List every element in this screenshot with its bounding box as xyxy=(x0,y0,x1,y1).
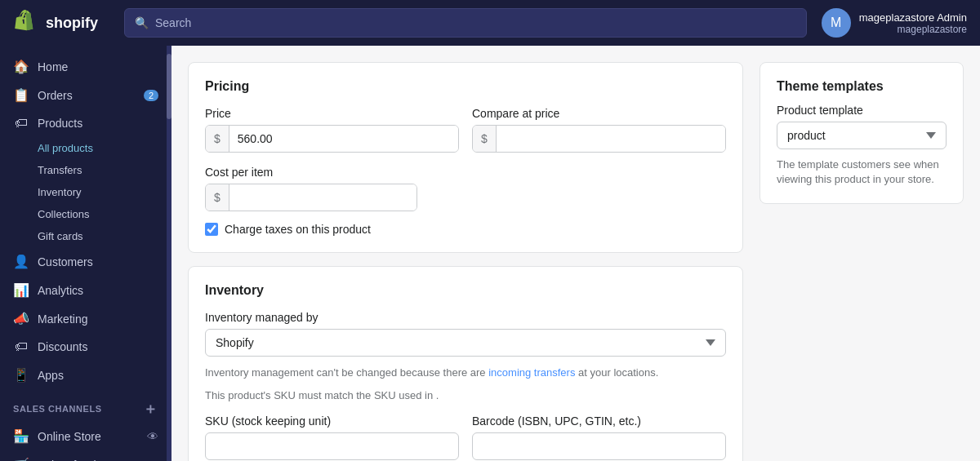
inventory-info-2: This product's SKU must match the SKU us… xyxy=(205,388,726,404)
search-icon: 🔍 xyxy=(135,16,149,29)
info-text-before-link: Inventory management can't be changed be… xyxy=(205,366,488,379)
search-bar[interactable]: 🔍 xyxy=(124,8,807,38)
sales-channels-header: SALES CHANNELS ＋ xyxy=(0,389,172,422)
pos-label: Point of Sale xyxy=(38,459,102,462)
user-info: mageplazastore Admin mageplazastore xyxy=(859,11,967,35)
cost-input-wrapper: $ xyxy=(205,184,417,211)
inventory-title: Inventory xyxy=(205,283,726,298)
barcode-input[interactable] xyxy=(472,432,726,460)
managed-by-group: Inventory managed by Shopify Manual xyxy=(205,311,726,357)
compare-price-input-wrapper: $ xyxy=(472,125,726,153)
apps-label: Apps xyxy=(38,369,64,382)
sidebar-subitem-gift-cards[interactable]: Gift cards xyxy=(0,225,172,247)
compare-price-label: Compare at price xyxy=(472,107,726,120)
sidebar-item-analytics[interactable]: 📊 Analytics xyxy=(0,276,172,304)
sidebar: 🏠 Home 📋 Orders 2 🏷 Products All product… xyxy=(0,46,172,461)
all-products-label: All products xyxy=(38,142,93,154)
online-store-visibility-icon[interactable]: 👁 xyxy=(147,430,158,443)
marketing-icon: 📣 xyxy=(13,311,29,326)
theme-description: The template customers see when viewing … xyxy=(777,157,947,187)
apps-icon: 📱 xyxy=(13,367,29,383)
product-template-select[interactable]: product xyxy=(777,122,947,149)
inventory-info-1: Inventory management can't be changed be… xyxy=(205,365,726,381)
price-input[interactable] xyxy=(229,126,458,152)
product-template-label: Product template xyxy=(777,104,947,117)
sidebar-item-apps[interactable]: 📱 Apps xyxy=(0,361,172,389)
top-navigation: shopify 🔍 M mageplazastore Admin magepla… xyxy=(0,0,980,46)
cost-group: Cost per item $ xyxy=(205,166,417,211)
online-store-label: Online Store xyxy=(38,430,101,443)
analytics-icon: 📊 xyxy=(13,282,29,298)
side-column: Theme templates Product template product… xyxy=(760,62,964,445)
transfers-label: Transfers xyxy=(38,164,82,176)
content-area: Pricing Price $ Compare at price $ xyxy=(172,46,980,461)
customers-label: Customers xyxy=(38,255,93,268)
collections-label: Collections xyxy=(38,208,90,220)
product-template-wrapper: product xyxy=(777,122,947,149)
managed-by-select[interactable]: Shopify Manual xyxy=(205,329,726,357)
sidebar-subitem-collections[interactable]: Collections xyxy=(0,203,172,225)
sidebar-item-products-label: Products xyxy=(38,117,82,130)
sidebar-item-marketing[interactable]: 📣 Marketing xyxy=(0,304,172,333)
cost-input[interactable] xyxy=(229,184,416,211)
sidebar-item-home[interactable]: 🏠 Home xyxy=(0,52,172,81)
pos-icon: 🛒 xyxy=(13,457,29,461)
incoming-transfers-link[interactable]: incoming transfers xyxy=(488,366,575,379)
online-store-icon: 🏪 xyxy=(13,428,29,444)
sidebar-subitem-all-products[interactable]: All products xyxy=(0,137,172,159)
sku-label: SKU (stock keeping unit) xyxy=(205,414,459,428)
sidebar-subitem-transfers[interactable]: Transfers xyxy=(0,159,172,181)
managed-by-label: Inventory managed by xyxy=(205,311,726,324)
pricing-card: Pricing Price $ Compare at price $ xyxy=(188,62,743,253)
charge-taxes-label[interactable]: Charge taxes on this product xyxy=(225,223,371,236)
sku-input[interactable] xyxy=(205,432,459,460)
add-channel-button[interactable]: ＋ xyxy=(143,399,158,419)
analytics-label: Analytics xyxy=(38,284,83,297)
price-symbol: $ xyxy=(206,126,229,152)
sku-barcode-row: SKU (stock keeping unit) Barcode (ISBN, … xyxy=(205,414,726,460)
price-label: Price xyxy=(205,107,459,120)
user-name: mageplazastore Admin xyxy=(859,11,967,24)
sidebar-item-pos[interactable]: 🛒 Point of Sale xyxy=(0,450,172,461)
marketing-label: Marketing xyxy=(38,313,87,326)
sidebar-item-online-store[interactable]: 🏪 Online Store 👁 xyxy=(0,422,172,450)
sidebar-item-customers[interactable]: 👤 Customers xyxy=(0,247,172,276)
price-compare-row: Price $ Compare at price $ xyxy=(205,107,726,153)
logo-area[interactable]: shopify xyxy=(13,10,111,36)
barcode-label: Barcode (ISBN, UPC, GTIN, etc.) xyxy=(472,414,726,428)
cost-label: Cost per item xyxy=(205,166,417,179)
theme-templates-card: Theme templates Product template product… xyxy=(760,62,964,204)
barcode-group: Barcode (ISBN, UPC, GTIN, etc.) xyxy=(472,414,726,460)
avatar[interactable]: M xyxy=(822,8,851,38)
cost-symbol: $ xyxy=(206,184,229,211)
sidebar-item-orders-label: Orders xyxy=(38,89,73,102)
sidebar-item-orders[interactable]: 📋 Orders 2 xyxy=(0,81,172,109)
sales-channels-label: SALES CHANNELS xyxy=(13,404,102,414)
discounts-icon: 🏷 xyxy=(13,339,29,354)
search-input[interactable] xyxy=(155,16,796,29)
charge-taxes-checkbox[interactable] xyxy=(205,223,218,236)
compare-symbol: $ xyxy=(473,126,497,152)
sidebar-item-home-label: Home xyxy=(38,60,68,73)
charge-taxes-row: Charge taxes on this product xyxy=(205,223,726,236)
home-icon: 🏠 xyxy=(13,59,29,74)
sidebar-item-products[interactable]: 🏷 Products xyxy=(0,109,172,137)
user-store: mageplazastore xyxy=(859,24,967,35)
user-area: M mageplazastore Admin mageplazastore xyxy=(820,8,967,38)
products-icon: 🏷 xyxy=(13,116,29,131)
sidebar-item-discounts[interactable]: 🏷 Discounts xyxy=(0,333,172,361)
gift-cards-label: Gift cards xyxy=(38,230,83,242)
logo-label: shopify xyxy=(46,15,98,32)
sidebar-subitem-inventory[interactable]: Inventory xyxy=(0,181,172,203)
compare-price-group: Compare at price $ xyxy=(472,107,726,153)
price-group: Price $ xyxy=(205,107,459,153)
pricing-title: Pricing xyxy=(205,79,726,94)
customers-icon: 👤 xyxy=(13,254,29,269)
compare-price-input[interactable] xyxy=(497,126,725,152)
inventory-label: Inventory xyxy=(38,186,81,198)
orders-badge: 2 xyxy=(144,90,158,101)
orders-icon: 📋 xyxy=(13,87,29,103)
discounts-label: Discounts xyxy=(38,340,87,353)
sku-group: SKU (stock keeping unit) xyxy=(205,414,459,460)
inventory-card: Inventory Inventory managed by Shopify M… xyxy=(188,266,743,461)
